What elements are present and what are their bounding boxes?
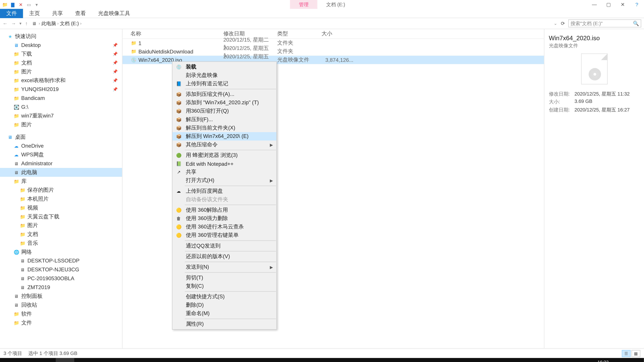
crumb-pc[interactable]: 此电脑 [42, 20, 56, 27]
view-icons-button[interactable]: ▦ [632, 350, 640, 357]
nav-item[interactable]: 🌐网络 [0, 248, 122, 256]
start-button[interactable]: ⊞ [0, 358, 18, 362]
context-menu-item[interactable]: 复制(C) [172, 282, 276, 290]
nav-item[interactable]: 📁本机照片 [0, 194, 122, 203]
nav-desktop-root[interactable]: 🖥 桌面 [0, 133, 122, 141]
context-menu-item[interactable]: 打开方式(H)▶ [172, 176, 276, 185]
context-menu-item[interactable]: 属性(R) [172, 320, 276, 328]
tab-home[interactable]: 主页 [23, 8, 46, 18]
close-icon[interactable]: ✕ [18, 1, 24, 7]
context-menu-item[interactable]: 📦添加到 "Win7x64_2020.zip" (T) [172, 98, 276, 107]
nav-item[interactable]: 📁下载📌 [0, 49, 122, 58]
context-menu-item[interactable]: 📗Edit with Notepad++ [172, 160, 276, 168]
context-menu-item[interactable]: 删除(D) [172, 301, 276, 309]
refresh-button[interactable]: ⟳ [561, 21, 565, 26]
context-menu-item[interactable]: ☁上传到百度网盘 [172, 187, 276, 195]
file-row[interactable]: 📁BaiduNetdiskDownload2020/12/25, 星期五 1..… [122, 47, 544, 56]
nav-item[interactable]: 📁保存的图片 [0, 186, 122, 195]
nav-item[interactable]: 📁YUNQISHI2019📌 [0, 85, 122, 94]
nav-item[interactable]: 🖥ZMT2019 [0, 283, 122, 292]
nav-item[interactable]: 🖥DESKTOP-NJEU3CG [0, 265, 122, 274]
close-button[interactable]: ✕ [616, 0, 630, 9]
nav-item[interactable]: 📁Bandicam [0, 94, 122, 103]
breadcrumb[interactable]: 🖥 › 此电脑 › 文档 (E:) › [31, 20, 550, 27]
nav-item[interactable]: 📁win7重装win7 [0, 111, 122, 120]
nav-item[interactable]: 🖥DESKTOP-LSSOEDP [0, 256, 122, 265]
save-icon[interactable]: ▇ [10, 1, 16, 7]
context-menu-item[interactable]: 剪切(T) [172, 274, 276, 282]
context-menu-item[interactable]: 🟡使用 360解除占用 [172, 206, 276, 214]
context-menu-item[interactable]: 📘上传到有道云笔记 [172, 80, 276, 88]
view-details-button[interactable]: ☰ [622, 350, 631, 357]
equals-icon[interactable]: ▭ [26, 1, 32, 7]
task-view-button[interactable]: ⧉ [37, 358, 56, 362]
context-menu-item[interactable]: 📦解压到 Win7x64_2020\ (E) [172, 132, 276, 140]
context-menu-item[interactable]: 📦解压到当前文件夹(X) [172, 124, 276, 132]
nav-item[interactable]: 📁音乐 [0, 239, 122, 248]
nav-item[interactable]: 🖥控制面板 [0, 292, 122, 301]
tab-share[interactable]: 共享 [46, 8, 69, 18]
nav-forward[interactable]: → [11, 21, 16, 26]
context-menu-item[interactable]: 🟢用 蜂蜜浏览器 浏览(3) [172, 151, 276, 160]
context-menu-item[interactable]: 重命名(M) [172, 309, 276, 318]
nav-item[interactable]: 🖥PC-20190530OBLA [0, 274, 122, 283]
column-headers[interactable]: 名称 修改日期 类型 大小 [122, 29, 544, 39]
contextual-tab-manage[interactable]: 管理 [290, 0, 317, 9]
nav-history[interactable]: ▾ [20, 21, 22, 26]
tab-file[interactable]: 文件 [0, 8, 23, 18]
col-size[interactable]: 大小 [318, 30, 353, 37]
crumb-location[interactable]: 文档 (E:) [60, 20, 79, 27]
nav-item[interactable]: 📁天翼云盘下载 [0, 212, 122, 221]
nav-item[interactable]: 📁文档 [0, 230, 122, 239]
context-menu-item[interactable]: 🟡使用 360管理右键菜单 [172, 231, 276, 240]
nav-item[interactable]: 📁图片 [0, 120, 122, 129]
context-menu-item[interactable]: 刻录光盘映像 [172, 71, 276, 80]
nav-back[interactable]: ← [3, 21, 8, 26]
col-name[interactable]: 名称 [122, 30, 220, 37]
col-type[interactable]: 类型 [274, 30, 318, 37]
nav-item[interactable]: ☁OneDrive [0, 141, 122, 150]
context-menu-item[interactable]: 📦用360压缩打开(Q) [172, 107, 276, 115]
minimize-button[interactable]: — [587, 0, 602, 9]
nav-item[interactable]: 📁图片📌 [0, 67, 122, 76]
explorer-taskbar-button[interactable]: 📁 [56, 358, 74, 362]
nav-item[interactable]: 📁文档📌 [0, 58, 122, 67]
context-menu-item[interactable]: 📦添加到压缩文件(A)... [172, 90, 276, 98]
tab-view[interactable]: 查看 [69, 8, 92, 18]
nav-item[interactable]: 📁软件 [0, 309, 122, 318]
nav-item[interactable]: 📁excel表格制作求和📌 [0, 76, 122, 85]
nav-quick-access[interactable]: ★ 快速访问 [0, 32, 122, 41]
nav-item[interactable]: ☁WPS网盘 [0, 150, 122, 159]
menu-icon: 🗑 [175, 215, 182, 222]
maximize-button[interactable]: ▢ [602, 0, 616, 9]
nav-item[interactable]: 💽G:\ [0, 103, 122, 111]
nav-item[interactable]: 🖥Administrator [0, 159, 122, 168]
context-menu-item[interactable]: ↗共享 [172, 168, 276, 176]
context-menu-item[interactable]: 🗑使用 360强力删除 [172, 214, 276, 223]
context-menu-item[interactable]: 💿装载 [172, 63, 276, 71]
nav-item[interactable]: 📁文件 [0, 318, 122, 327]
dropdown-icon[interactable]: ▾ [34, 1, 40, 7]
tab-disc-tools[interactable]: 光盘映像工具 [92, 8, 136, 18]
nav-item[interactable]: 🖥回收站 [0, 301, 122, 309]
context-menu-item[interactable]: 通过QQ发送到 [172, 242, 276, 250]
nav-item[interactable]: 🖥Desktop📌 [0, 41, 122, 50]
details-pane: Win7x64_2020.iso 光盘映像文件 修改日期:2020/12/25,… [544, 29, 644, 348]
search-button[interactable]: 🔍 [18, 358, 37, 362]
context-menu-item[interactable]: 还原以前的版本(V) [172, 252, 276, 261]
nav-item[interactable]: 📁视频 [0, 203, 122, 212]
context-menu-item[interactable]: 创建快捷方式(S) [172, 293, 276, 301]
context-menu-item[interactable]: 📦解压到(F)... [172, 115, 276, 124]
nav-up[interactable]: ↑ [25, 21, 28, 26]
nav-item[interactable]: 📁库 [0, 177, 122, 186]
context-menu-item[interactable]: 📦其他压缩命令▶ [172, 141, 276, 149]
nav-item[interactable]: 🖥此电脑 [0, 168, 122, 177]
context-menu-item[interactable]: 🟡使用 360进行木马云查杀 [172, 223, 276, 231]
file-row[interactable]: 📁12020/12/15, 星期二 1...文件夹 [122, 39, 544, 47]
address-dropdown[interactable]: ⌄ [554, 21, 557, 26]
help-button[interactable]: ? [630, 0, 644, 9]
nav-item[interactable]: 📁图片 [0, 221, 122, 230]
search-input[interactable]: 搜索"文档 (E:)" 🔍 [568, 19, 641, 27]
context-menu-item[interactable]: 发送到(N)▶ [172, 263, 276, 271]
clock[interactable]: 16:32 2020/12/25, 星期五 [584, 360, 622, 362]
